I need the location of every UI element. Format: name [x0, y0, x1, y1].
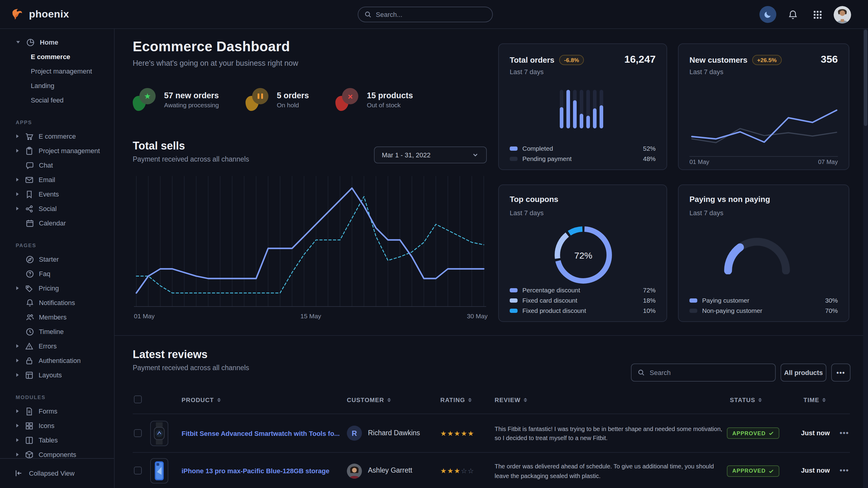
new-customers-period: Last 7 days: [689, 68, 723, 75]
legend-value: 10%: [643, 307, 656, 314]
sidebar-item-home[interactable]: Home: [0, 35, 114, 50]
sidebar-item-label: Forms: [39, 408, 57, 415]
column-header-rating[interactable]: RATING: [440, 397, 472, 403]
sidebar-item-notifications[interactable]: Notifications: [0, 295, 114, 310]
caret-right-icon: [16, 134, 19, 138]
stat-value: 15 products: [367, 91, 413, 100]
check-icon: [769, 468, 774, 474]
paying-title: Paying vs non paying: [689, 195, 770, 204]
product-link[interactable]: Fitbit Sense Advanced Smartwatch with To…: [182, 429, 340, 437]
table-row: Fitbit Sense Advanced Smartwatch with To…: [133, 414, 850, 452]
global-search[interactable]: [358, 7, 493, 22]
total-orders-card: Total orders -6.8% 16,247 Last 7 days Co…: [498, 43, 667, 170]
legend-swatch: [510, 308, 518, 313]
product-link[interactable]: iPhone 13 pro max-Pacific Blue-128GB sto…: [182, 467, 329, 475]
total-orders-badge: -6.8%: [559, 55, 584, 65]
row-actions-button[interactable]: •••: [840, 466, 849, 475]
sort-icon: [758, 398, 762, 402]
new-customers-badge: +26.5%: [752, 55, 781, 65]
customer-avatar: [347, 463, 362, 478]
sidebar-item-icons[interactable]: Icons: [0, 418, 114, 433]
sidebar-item-members[interactable]: Members: [0, 310, 114, 324]
top-coupons-card: Top coupons Last 7 days 72% Percentage d…: [498, 185, 667, 322]
sidebar-item-timeline[interactable]: Timeline: [0, 324, 114, 339]
sidebar-item-label: Faq: [39, 270, 50, 277]
notifications-bell-icon[interactable]: [784, 6, 801, 23]
sidebar-item-pricing[interactable]: Pricing: [0, 281, 114, 295]
sidebar-item-e-commerce[interactable]: E commerce: [0, 129, 114, 143]
caret-right-icon: [16, 286, 19, 290]
paying-gauge-chart: [721, 234, 793, 274]
legend-fixed-product-discount: Fixed product discount10%: [510, 307, 656, 314]
sidebar-item-faq[interactable]: Faq: [0, 266, 114, 281]
stat-text: 15 productsOut of stock: [367, 91, 413, 108]
user-avatar[interactable]: [834, 6, 851, 23]
product-thumbnail: [150, 421, 168, 446]
x-icon: ×: [342, 88, 358, 104]
sidebar-item-tables[interactable]: Tables: [0, 433, 114, 447]
sidebar-group-pages: PAGES: [0, 242, 114, 248]
clipboard-icon: [25, 146, 34, 155]
sidebar-subitem-social-feed[interactable]: Social feed: [0, 93, 114, 107]
sidebar-subitem-project-management[interactable]: Project management: [0, 64, 114, 78]
compass-icon: [25, 255, 34, 264]
reviews-search-input[interactable]: [650, 369, 769, 376]
sidebar-item-chat[interactable]: Chat: [0, 158, 114, 172]
column-header-time[interactable]: TIME: [803, 397, 826, 403]
legend-swatch: [510, 288, 518, 292]
sidebar-item-authentication[interactable]: Authentication: [0, 353, 114, 368]
column-label: PRODUCT: [182, 397, 214, 403]
global-search-input[interactable]: [376, 11, 486, 18]
column-header-customer[interactable]: CUSTOMER: [347, 397, 391, 403]
reviews-more-button[interactable]: •••: [831, 363, 850, 382]
total-sells-header: Total sells Payment received across all …: [133, 140, 249, 163]
clock-icon: [25, 327, 34, 336]
sidebar-item-errors[interactable]: Errors: [0, 339, 114, 353]
stat-value: 5 orders: [277, 91, 309, 100]
sidebar-subitem-e-commerce[interactable]: E commerce: [0, 50, 114, 64]
legend-label: Paying customer: [702, 297, 825, 304]
row-actions-button[interactable]: •••: [840, 428, 849, 437]
stat-out-of-stock: ×15 productsOut of stock: [337, 88, 413, 111]
total-sells-subtitle: Payment received across all channels: [133, 156, 249, 163]
sidebar-item-social[interactable]: Social: [0, 201, 114, 216]
scrollbar-thumb[interactable]: [864, 30, 867, 126]
theme-toggle-button[interactable]: [760, 6, 776, 23]
select-all-checkbox[interactable]: [134, 395, 142, 403]
sidebar-item-calendar[interactable]: Calendar: [0, 216, 114, 230]
row-checkbox[interactable]: [134, 466, 142, 475]
mail-icon: [25, 175, 34, 184]
reviews-table-header: PRODUCTCUSTOMERRATINGREVIEWSTATUSTIME: [133, 392, 850, 414]
row-checkbox[interactable]: [134, 429, 142, 437]
star-filled-icon: ★: [468, 429, 475, 437]
column-header-product[interactable]: PRODUCT: [182, 397, 220, 403]
caret-right-icon: [16, 373, 19, 377]
column-header-review[interactable]: REVIEW: [495, 397, 527, 403]
apps-grid-icon[interactable]: [809, 6, 826, 23]
reviews-search[interactable]: [631, 363, 776, 382]
total-sells-chart: [134, 174, 486, 314]
sidebar-item-label: Calendar: [39, 220, 66, 227]
date-range-select[interactable]: Mar 1 - 31, 2022: [374, 147, 487, 163]
sidebar-item-email[interactable]: Email: [0, 172, 114, 187]
sidebar-item-events[interactable]: Events: [0, 187, 114, 201]
table-row: iPhone 13 pro max-Pacific Blue-128GB sto…: [133, 452, 850, 488]
column-header-status[interactable]: STATUS: [730, 397, 762, 403]
sidebar-item-forms[interactable]: Forms: [0, 404, 114, 418]
column-label: CUSTOMER: [347, 397, 384, 403]
product-thumbnail: [150, 458, 168, 484]
pause-icon: [252, 88, 269, 104]
sidebar-item-label: Members: [39, 314, 67, 321]
sidebar-item-starter[interactable]: Starter: [0, 252, 114, 266]
status-label: APPROVED: [732, 430, 766, 436]
status-badge: APPROVED: [727, 465, 780, 477]
page-scrollbar[interactable]: [863, 0, 868, 488]
sidebar-item-project-management[interactable]: Project management: [0, 143, 114, 158]
all-products-button[interactable]: All products: [780, 363, 826, 382]
latest-reviews-header: Latest reviews Payment received across a…: [133, 349, 249, 371]
sidebar-subitem-landing[interactable]: Landing: [0, 78, 114, 93]
sidebar-item-layouts[interactable]: Layouts: [0, 368, 114, 382]
pause-icon: [257, 93, 263, 99]
brand-link[interactable]: phoenix: [11, 0, 69, 29]
collapsed-view-toggle[interactable]: Collapsed View: [0, 458, 114, 487]
